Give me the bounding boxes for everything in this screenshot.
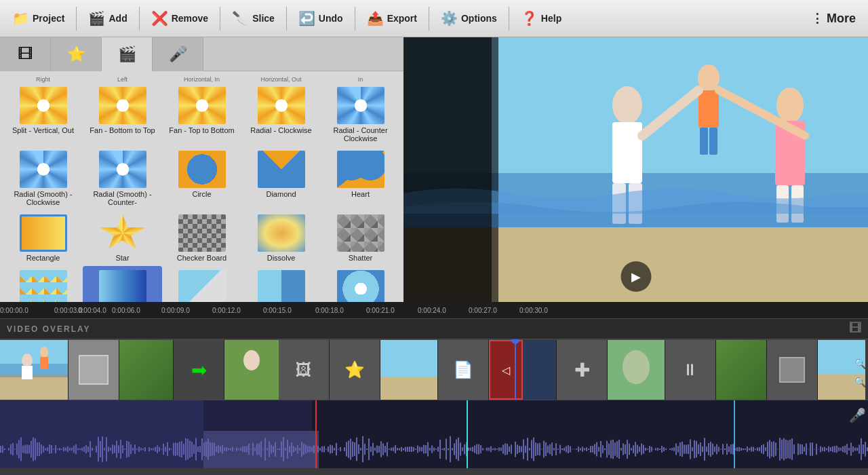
transition-thumb-rsmccw	[99, 151, 146, 188]
video-track: ➡ 🖼 ⭐ 📄	[0, 339, 868, 400]
transition-seg-1[interactable]	[68, 340, 119, 400]
play-button[interactable]: ▶	[620, 261, 651, 292]
project-button[interactable]: 📁 Project	[5, 7, 71, 30]
transition-thumb-dissolve	[258, 214, 305, 252]
clip-playhead-area[interactable]: ◁	[489, 340, 557, 400]
transition-seg-6[interactable]: ✚	[557, 340, 608, 400]
clip-7[interactable]	[818, 340, 865, 400]
audio-marker-1	[467, 400, 468, 468]
transition-radial-smooth-ccw[interactable]: Radial (Smooth) - Counter-	[83, 147, 162, 210]
svg-rect-19	[0, 374, 68, 400]
star-trans-icon: ⭐	[344, 360, 365, 379]
transition-thumb-radial-cw	[258, 87, 305, 124]
svg-rect-22	[22, 366, 33, 379]
project-icon: 📁	[12, 10, 29, 26]
audio-marker-2	[734, 400, 735, 468]
help-button[interactable]: ❓ Help	[514, 7, 568, 30]
transition-shatter[interactable]: Shatter	[321, 210, 400, 266]
transition-radial-cw[interactable]: Radial - Clockwise	[241, 83, 321, 147]
mic-icon[interactable]: 🎤	[849, 407, 866, 423]
transition-dissolve[interactable]: Dissolve	[241, 210, 321, 266]
scroll-icon: 🔍	[854, 358, 866, 369]
transition-seg-7[interactable]: ⏸	[665, 340, 716, 400]
tab-audio[interactable]: 🎤	[153, 37, 203, 71]
remove-button[interactable]: ❌ Remove	[144, 7, 215, 30]
transition-radial-smooth-cw[interactable]: Radial (Smooth) - Clockwise	[3, 147, 83, 210]
transition-seg-2[interactable]: ➡	[174, 340, 224, 400]
transition-fan-top-bottom[interactable]: Fan - Top to Bottom	[162, 83, 241, 147]
tab-favorites[interactable]: ⭐	[51, 37, 102, 71]
clip-5[interactable]	[608, 340, 665, 400]
transition-seg-4[interactable]: ⭐	[330, 340, 380, 400]
transition-label-split: Split - Vertical, Out	[12, 126, 74, 134]
transition-label-rsmcw: Radial (Smooth) - Clockwise	[6, 190, 80, 206]
transition-pagecurl[interactable]: Page Curl	[162, 266, 241, 302]
timecode-18: 0:00:18.0	[315, 307, 344, 314]
transition-label-fan-tb: Fan - Top to Bottom	[169, 126, 234, 134]
undo-button[interactable]: ↩️ Undo	[292, 7, 350, 30]
transition-checkerboard[interactable]: Checker Board	[162, 210, 241, 266]
svg-point-26	[243, 350, 260, 370]
toolbar-separator-6	[429, 7, 429, 31]
export-button[interactable]: 📤 Export	[360, 7, 424, 30]
playhead-line	[515, 340, 516, 400]
transition-roll[interactable]: Roll	[241, 266, 321, 302]
main-area: 🎞 ⭐ 🎬 🎤 Right Left Horizontal, In Horizo…	[0, 37, 868, 302]
clip-red[interactable]: ◁	[489, 340, 523, 400]
transition-thumb-heart	[337, 151, 384, 188]
transition-star[interactable]: Star	[83, 210, 162, 266]
audio-track: 🎤	[0, 400, 868, 468]
transition-split-vertical-out[interactable]: Split - Vertical, Out	[3, 83, 83, 147]
transition-fan-bottom-top[interactable]: Fan - Bottom to Top	[83, 83, 162, 147]
label-horiz-out: Horizontal, Out	[241, 75, 321, 83]
transition-seg-3[interactable]: 🖼	[279, 340, 330, 400]
transition-thumb-squares	[20, 270, 67, 302]
timecode-15: 0:00:15.0	[263, 307, 292, 314]
transition-thumb-rect	[20, 214, 67, 252]
svg-rect-10	[700, 128, 708, 155]
transition-thumb-shatter	[337, 214, 384, 252]
transition-seg-5[interactable]: 📄	[438, 340, 489, 400]
timecode-6: 0:00:06.0	[112, 307, 140, 314]
add-button[interactable]: 🎬 Add	[81, 7, 134, 30]
clip-2[interactable]	[119, 340, 174, 400]
svg-rect-24	[40, 357, 48, 369]
audio-seg-2[interactable]	[203, 400, 312, 468]
more-button[interactable]: ⋮ More	[804, 7, 863, 29]
options-button[interactable]: ⚙️ Options	[434, 7, 504, 30]
clip-3[interactable]	[224, 340, 279, 400]
clip-1[interactable]	[0, 340, 68, 400]
transition-thumb-pagecurl	[178, 270, 226, 302]
audio-seg-1[interactable]	[0, 400, 203, 468]
transition-flip[interactable]: Flip	[83, 266, 162, 302]
tab-video[interactable]: 🎞	[0, 37, 51, 71]
transition-label-heart: Heart	[351, 190, 370, 198]
slice-button[interactable]: 🔪 Slice	[225, 7, 281, 30]
svg-rect-11	[709, 128, 717, 155]
help-icon: ❓	[521, 10, 538, 26]
tab-transitions[interactable]: 🎬	[102, 37, 153, 71]
timecode-24: 0:00:24.0	[418, 307, 446, 314]
transition-label-radial-cw: Radial - Clockwise	[250, 126, 311, 134]
transition-seg-8[interactable]	[767, 340, 818, 400]
export-icon: 📤	[367, 10, 384, 26]
transition-zoom[interactable]: Zoom	[321, 266, 400, 302]
transition-thumb-fan-bt	[99, 87, 146, 124]
toolbar-separator	[76, 7, 77, 31]
toolbar-separator-7	[509, 7, 509, 31]
toolbar: 📁 Project 🎬 Add ❌ Remove 🔪 Slice ↩️ Undo…	[0, 0, 868, 37]
transition-squares[interactable]: Squares	[3, 266, 83, 302]
transition-radial-counter[interactable]: Radial - Counter Clockwise	[321, 83, 400, 147]
transition-label-dissolve: Dissolve	[267, 254, 296, 262]
timecodes-bar: 0:00:00.0 0:00:03.0 0:00:04.0 0:00:06.0 …	[0, 302, 868, 319]
transition-diamond[interactable]: Diamond	[241, 147, 321, 210]
transitions-panel: 🎞 ⭐ 🎬 🎤 Right Left Horizontal, In Horizo…	[0, 37, 403, 302]
transition-rectangle[interactable]: Rectangle	[3, 210, 83, 266]
transition-circle[interactable]: Circle	[162, 147, 241, 210]
clip-4[interactable]	[380, 340, 438, 400]
transition-thumb-star	[99, 214, 146, 252]
transition-thumb-checker	[178, 214, 226, 252]
transition-label-diamond: Diamond	[266, 190, 296, 198]
clip-6[interactable]	[716, 340, 767, 400]
transition-heart[interactable]: Heart	[321, 147, 400, 210]
